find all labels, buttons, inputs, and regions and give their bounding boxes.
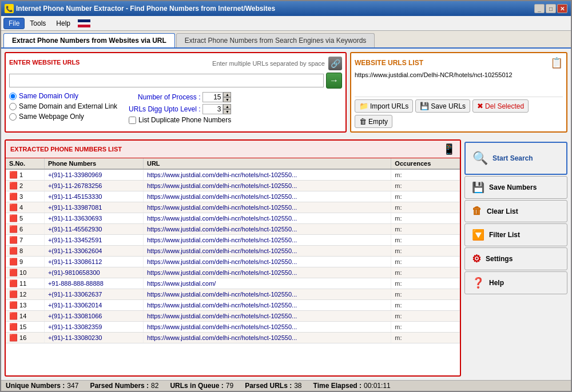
row-icon: 🟥 [9, 312, 18, 320]
save-numbers-button[interactable]: 💾 Save Numbers [464, 176, 567, 199]
table-row[interactable]: 🟥 2 +(91)-11-26783256 https://www.justdi… [6, 181, 460, 191]
cell-occ: m: [391, 257, 460, 267]
cell-sno: 🟥 9 [6, 257, 44, 267]
close-button[interactable]: ✕ [557, 4, 567, 13]
empty-icon: 🗑 [359, 117, 367, 126]
cell-occ: m: [391, 224, 460, 235]
save-urls-icon: 💾 [420, 102, 429, 110]
empty-button[interactable]: 🗑 Empty [355, 115, 392, 128]
table-row[interactable]: 🟥 4 +(91)-11-33987081 https://www.justdi… [6, 202, 460, 213]
table-row[interactable]: 🟥 12 +(91)-11-33062637 https://www.justd… [6, 289, 460, 300]
cell-url: https://www.justdial.com/delhi-ncr/hotel… [143, 300, 391, 311]
cell-url: https://www.justdial.com/ [143, 278, 391, 289]
help-button[interactable]: ❓ Help [464, 271, 567, 294]
url-list-icon: 📋 [550, 57, 563, 69]
maximize-button[interactable]: □ [546, 4, 556, 13]
status-bar: Unique Numbers : 347 Parsed Numbers : 82… [1, 380, 571, 391]
cell-occ: m: [391, 300, 460, 311]
cell-phone: +(91)-11-33630693 [44, 213, 143, 224]
table-row[interactable]: 🟥 6 +(91)-11-45562930 https://www.justdi… [6, 224, 460, 235]
url-list-actions: 📁 Import URLs 💾 Save URLs ✖ Del Selected… [355, 97, 563, 128]
status-parsed-numbers: Parsed Numbers : 82 [90, 382, 158, 390]
filter-list-label: Filter List [489, 231, 520, 239]
col-sno: S.No. [6, 158, 44, 169]
minimize-button[interactable]: _ [534, 4, 545, 13]
parsed-urls-label: Parsed URLs : [245, 382, 292, 390]
menu-tools[interactable]: Tools [25, 18, 51, 29]
results-phone-icon: 📱 [443, 143, 455, 155]
cell-phone: +(91)-11-33081066 [44, 311, 143, 322]
save-numbers-label: Save Numbers [489, 183, 537, 191]
table-row[interactable]: 🟥 15 +(91)-11-33082359 https://www.justd… [6, 322, 460, 333]
empty-label: Empty [368, 118, 388, 126]
table-row[interactable]: 🟥 11 +91-888-888-88888 https://www.justd… [6, 278, 460, 289]
import-urls-button[interactable]: 📁 Import URLs [355, 99, 413, 113]
table-row[interactable]: 🟥 10 +(91)-9810658300 https://www.justdi… [6, 267, 460, 278]
cell-occ: m: [391, 333, 460, 343]
clear-icon: 🗑 [472, 205, 482, 217]
status-unique: Unique Numbers : 347 [6, 382, 78, 390]
del-selected-button[interactable]: ✖ Del Selected [472, 99, 529, 113]
url-text-input[interactable] [9, 74, 324, 87]
cell-sno: 🟥 15 [6, 322, 44, 333]
table-row[interactable]: 🟥 3 +(91)-11-45153330 https://www.justdi… [6, 191, 460, 202]
urls-digg-up[interactable]: ▲ [223, 104, 231, 109]
cell-sno: 🟥 8 [6, 246, 44, 257]
filter-list-button[interactable]: 🔽 Filter List [464, 223, 567, 246]
table-row[interactable]: 🟥 7 +(91)-11-33452591 https://www.justdi… [6, 235, 460, 246]
parsed-numbers-value: 82 [151, 382, 158, 390]
cell-url: https://www.justdial.com/delhi-ncr/hotel… [143, 289, 391, 300]
start-search-button[interactable]: 🔍 Start Search [464, 142, 567, 175]
table-row[interactable]: 🟥 14 +(91)-11-33081066 https://www.justd… [6, 311, 460, 322]
table-row[interactable]: 🟥 16 +(91)-11-33080230 https://www.justd… [6, 333, 460, 343]
menu-file[interactable]: File [3, 18, 25, 29]
table-row[interactable]: 🟥 8 +(91)-11-33062604 https://www.justdi… [6, 246, 460, 257]
num-processes-up[interactable]: ▲ [223, 92, 231, 97]
save-urls-button[interactable]: 💾 Save URLs [415, 99, 470, 113]
clear-list-button[interactable]: 🗑 Clear List [464, 200, 567, 222]
table-row[interactable]: 🟥 1 +(91)-11-33980969 https://www.justdi… [6, 169, 460, 181]
tab-search[interactable]: Extract Phone Numbers from Search Engine… [176, 33, 375, 47]
row-icon: 🟥 [9, 236, 18, 244]
menu-help[interactable]: Help [51, 18, 76, 29]
table-row[interactable]: 🟥 5 +(91)-11-33630693 https://www.justdi… [6, 213, 460, 224]
cell-sno: 🟥 12 [6, 289, 44, 300]
radio-external[interactable]: Same Domain and External Link [9, 102, 117, 110]
list-dup-checkbox[interactable] [129, 117, 136, 124]
row-icon: 🟥 [9, 182, 18, 190]
unique-label: Unique Numbers : [6, 382, 65, 390]
urls-digg-label: URLs Digg Upto Level : [129, 105, 200, 113]
settings-button[interactable]: ⚙ Settings [464, 247, 567, 270]
add-url-button[interactable]: → [326, 73, 342, 89]
cell-sno: 🟥 16 [6, 333, 44, 343]
cell-url: https://www.justdial.com/delhi-ncr/hotel… [143, 191, 391, 202]
cell-occ: m: [391, 169, 460, 181]
radio-same-domain[interactable]: Same Domain Only [9, 92, 117, 100]
save-urls-label: Save URLs [431, 102, 466, 110]
radio-same-domain-label: Same Domain Only [19, 92, 78, 100]
table-row[interactable]: 🟥 9 +(91)-11-33086112 https://www.justdi… [6, 257, 460, 267]
results-table-container[interactable]: S.No. Phone Numbers URL Occurences 🟥 1 +… [6, 158, 460, 375]
cell-url: https://www.justdial.com/delhi-ncr/hotel… [143, 246, 391, 257]
unique-value: 347 [67, 382, 78, 390]
cell-phone: +(91)-11-33080230 [44, 333, 143, 343]
num-processes-input[interactable] [202, 92, 223, 102]
language-flag-icon[interactable] [78, 19, 90, 27]
urls-digg-down[interactable]: ▼ [223, 109, 231, 114]
window-controls: _ □ ✕ [534, 4, 567, 13]
results-header: EXTRACTED PHONE NUMBERS LIST 📱 [6, 141, 460, 158]
row-icon: 🟥 [9, 301, 18, 309]
menu-bar: File Tools Help [1, 16, 571, 31]
cell-url: https://www.justdial.com/delhi-ncr/hotel… [143, 181, 391, 191]
num-processes-down[interactable]: ▼ [223, 97, 231, 102]
col-url: URL [143, 158, 391, 169]
cell-phone: +(91)-11-33062637 [44, 289, 143, 300]
radio-webpage[interactable]: Same Webpage Only [9, 113, 117, 121]
cell-sno: 🟥 7 [6, 235, 44, 246]
link-icon[interactable]: 🔗 [328, 57, 342, 70]
tab-url[interactable]: Extract Phone Numbers from Websites via … [3, 33, 175, 47]
top-section: ENTER WEBSITE URLs Enter multiple URLs s… [1, 49, 571, 136]
row-icon: 🟥 [9, 247, 18, 255]
urls-digg-input[interactable] [202, 104, 223, 114]
table-row[interactable]: 🟥 13 +(91)-11-33062014 https://www.justd… [6, 300, 460, 311]
